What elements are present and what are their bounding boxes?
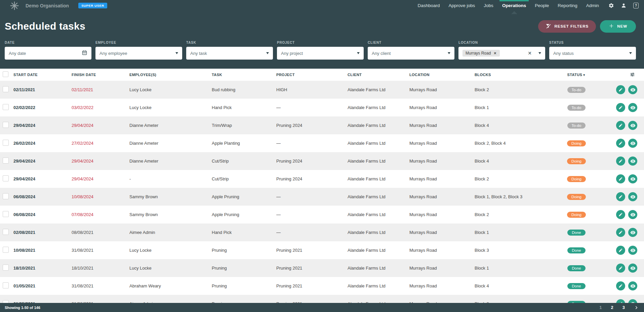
date-filter-input[interactable]: Any date xyxy=(5,47,91,60)
gear-icon[interactable] xyxy=(608,3,614,8)
project-link[interactable]: HIGH xyxy=(276,87,287,92)
page-button-1[interactable]: 1 xyxy=(599,305,602,310)
location-link[interactable]: Murrays Road xyxy=(409,283,437,288)
location-link[interactable]: Murrays Road xyxy=(409,159,437,164)
column-header-task[interactable]: TASK xyxy=(212,73,276,77)
nav-item-approve-jobs[interactable]: Approve jobs xyxy=(449,0,475,11)
row-checkbox[interactable] xyxy=(3,282,9,288)
location-link[interactable]: Murrays Road xyxy=(409,123,437,128)
user-icon[interactable] xyxy=(621,3,627,8)
nav-item-jobs[interactable]: Jobs xyxy=(484,0,493,11)
location-link[interactable]: Murrays Road xyxy=(409,141,437,146)
clear-filter-icon[interactable]: ✕ xyxy=(528,50,532,56)
project-link[interactable]: Pruning 2021 xyxy=(276,266,302,271)
nav-item-reporting[interactable]: Reporting xyxy=(558,0,577,11)
client-link[interactable]: Alandale Farms Ltd xyxy=(348,176,386,181)
task-filter-select[interactable]: Any task xyxy=(186,47,273,60)
help-icon[interactable]: ? xyxy=(633,3,639,8)
edit-button[interactable] xyxy=(616,281,625,290)
edit-button[interactable] xyxy=(616,85,625,94)
client-link[interactable]: Alandale Farms Ltd xyxy=(348,230,386,235)
row-checkbox[interactable] xyxy=(3,265,9,271)
client-link[interactable]: Alandale Farms Ltd xyxy=(348,159,386,164)
row-checkbox[interactable] xyxy=(3,122,9,128)
nav-item-dashboard[interactable]: Dashboard xyxy=(417,0,440,11)
select-all-checkbox[interactable] xyxy=(3,71,8,77)
edit-button[interactable] xyxy=(616,139,625,148)
client-link[interactable]: Alandale Farms Ltd xyxy=(348,266,386,271)
edit-button[interactable] xyxy=(616,264,625,273)
edit-button[interactable] xyxy=(616,103,625,112)
view-button[interactable] xyxy=(628,281,637,290)
chip-remove-icon[interactable]: ✕ xyxy=(493,51,496,56)
client-link[interactable]: Alandale Farms Ltd xyxy=(348,248,386,253)
row-checkbox[interactable] xyxy=(3,104,9,110)
project-filter-select[interactable]: Any project xyxy=(277,47,364,60)
view-button[interactable] xyxy=(628,264,637,273)
view-button[interactable] xyxy=(628,157,637,166)
location-link[interactable]: Murrays Road xyxy=(409,176,437,181)
location-link[interactable]: Murrays Road xyxy=(409,248,437,253)
row-checkbox[interactable] xyxy=(3,211,9,217)
column-header-finish-date[interactable]: FINISH DATE xyxy=(72,73,129,77)
column-header-project[interactable]: PROJECT xyxy=(276,73,348,77)
reset-filters-button[interactable]: RESET FILTERS xyxy=(538,20,596,33)
project-link[interactable]: Pruning 2021 xyxy=(276,248,302,253)
view-button[interactable] xyxy=(628,192,637,201)
nav-item-admin[interactable]: Admin xyxy=(586,0,599,11)
column-header-employee-s[interactable]: EMPLOYEE(S) xyxy=(129,73,212,77)
location-link[interactable]: Murrays Road xyxy=(409,194,437,199)
client-link[interactable]: Alandale Farms Ltd xyxy=(348,212,386,217)
employee-filter-select[interactable]: Any employee xyxy=(95,47,182,60)
view-button[interactable] xyxy=(628,228,637,237)
nav-item-operations[interactable]: Operations xyxy=(502,0,526,11)
location-link[interactable]: Murrays Road xyxy=(409,212,437,217)
row-checkbox[interactable] xyxy=(3,247,9,253)
client-filter-select[interactable]: Any client xyxy=(368,47,454,60)
edit-button[interactable] xyxy=(616,157,625,166)
location-link[interactable]: Murrays Road xyxy=(409,266,437,271)
view-button[interactable] xyxy=(628,210,637,219)
view-button[interactable] xyxy=(628,121,637,130)
row-checkbox[interactable] xyxy=(3,158,9,164)
column-settings-icon[interactable] xyxy=(630,72,635,78)
edit-button[interactable] xyxy=(616,121,625,130)
column-header-location[interactable]: LOCATION xyxy=(409,73,475,77)
location-link[interactable]: Murrays Road xyxy=(409,87,437,92)
page-button-3[interactable]: 3 xyxy=(622,305,625,310)
location-link[interactable]: Murrays Road xyxy=(409,105,437,110)
next-page-button[interactable] xyxy=(634,305,639,310)
filter-chip[interactable]: Murrays Road✕ xyxy=(462,50,500,57)
project-link[interactable]: Pruning 2021 xyxy=(276,283,302,288)
project-link[interactable]: Pruning 2024 xyxy=(276,159,302,164)
view-button[interactable] xyxy=(628,174,637,183)
edit-button[interactable] xyxy=(616,246,625,255)
row-checkbox[interactable] xyxy=(3,193,9,199)
column-header-start-date[interactable]: START DATE xyxy=(13,73,72,77)
row-checkbox[interactable] xyxy=(3,175,9,181)
client-link[interactable]: Alandale Farms Ltd xyxy=(348,87,386,92)
page-button-2[interactable]: 2 xyxy=(611,305,613,310)
client-link[interactable]: Alandale Farms Ltd xyxy=(348,283,386,288)
edit-button[interactable] xyxy=(616,228,625,237)
project-link[interactable]: Pruning 2024 xyxy=(276,123,302,128)
row-checkbox[interactable] xyxy=(3,229,9,235)
client-link[interactable]: Alandale Farms Ltd xyxy=(348,105,386,110)
row-checkbox[interactable] xyxy=(3,86,9,92)
location-filter-select[interactable]: Murrays Road✕✕ xyxy=(458,47,545,60)
view-button[interactable] xyxy=(628,139,637,148)
column-header-blocks[interactable]: BLOCKS xyxy=(475,73,555,77)
nav-item-people[interactable]: People xyxy=(535,0,549,11)
status-filter-select[interactable]: Any status xyxy=(549,47,636,60)
view-button[interactable] xyxy=(628,85,637,94)
column-header-client[interactable]: CLIENT xyxy=(348,73,409,77)
column-header-status[interactable]: STATUS▼ xyxy=(555,73,598,77)
location-link[interactable]: Murrays Road xyxy=(409,230,437,235)
project-link[interactable]: Pruning 2024 xyxy=(276,176,302,181)
client-link[interactable]: Alandale Farms Ltd xyxy=(348,194,386,199)
view-button[interactable] xyxy=(628,103,637,112)
row-checkbox[interactable] xyxy=(3,140,9,146)
new-task-button[interactable]: NEW xyxy=(600,20,636,33)
client-link[interactable]: Alandale Farms Ltd xyxy=(348,141,386,146)
edit-button[interactable] xyxy=(616,210,625,219)
